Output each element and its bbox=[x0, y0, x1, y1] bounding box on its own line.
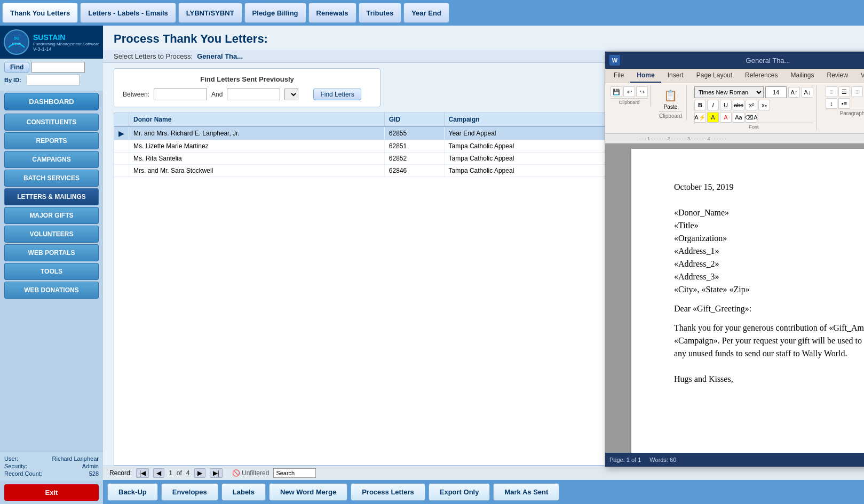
font-size-increase-btn[interactable]: A↑ bbox=[788, 87, 800, 98]
record-search-input[interactable] bbox=[273, 468, 316, 478]
tab-year-end[interactable]: Year End bbox=[403, 3, 449, 23]
word-page-info: Page: 1 of 1 bbox=[609, 457, 641, 463]
find-input[interactable] bbox=[31, 62, 85, 73]
security-label: Security: bbox=[4, 463, 27, 469]
align-right-btn[interactable]: ≡ bbox=[851, 86, 863, 97]
word-document-content[interactable]: October 15, 2019 «Donor_Name» «Title» «O… bbox=[605, 143, 864, 453]
logo-title: SUSTAIN bbox=[33, 33, 100, 42]
sidebar-item-web-portals[interactable]: WEB PORTALS bbox=[4, 244, 99, 261]
italic-button[interactable]: I bbox=[707, 100, 719, 110]
text-effects-button[interactable]: A⚡ bbox=[694, 112, 706, 123]
doc-body: Thank you for your generous contribution… bbox=[674, 322, 864, 360]
exit-button[interactable]: Exit bbox=[4, 484, 99, 501]
clear-format-button[interactable]: ⌫A bbox=[746, 112, 757, 123]
find-letters-button[interactable]: Find Letters bbox=[313, 89, 361, 100]
bottom-action-bar: Back-Up Envelopes Labels New Word Merge … bbox=[103, 480, 864, 504]
sidebar-item-campaigns[interactable]: CAMPAIGNS bbox=[4, 151, 99, 168]
sidebar-item-constituents[interactable]: CONSTITUENTS bbox=[4, 114, 99, 131]
content-area: Process Thank You Letters: Select Letter… bbox=[103, 26, 864, 504]
sidebar-item-letters-mailings[interactable]: LETTERS & MAILINGS bbox=[4, 188, 99, 205]
sidebar-item-web-donations[interactable]: WEB DONATIONS bbox=[4, 282, 99, 299]
superscript-button[interactable]: x² bbox=[746, 100, 757, 110]
tab-pledge-billing[interactable]: Pledge Billing bbox=[244, 3, 306, 23]
ribbon-paste-button[interactable]: 📋 Paste bbox=[661, 86, 681, 111]
word-page: October 15, 2019 «Donor_Name» «Title» «O… bbox=[631, 149, 864, 453]
between-date-input[interactable] bbox=[154, 89, 207, 100]
row-indicator bbox=[114, 153, 129, 165]
back-up-button[interactable]: Back-Up bbox=[107, 483, 158, 501]
nav-last-button[interactable]: ▶| bbox=[210, 468, 223, 478]
filter-dropdown[interactable] bbox=[284, 89, 298, 100]
align-left-btn[interactable]: ≡ bbox=[826, 86, 837, 97]
mark-as-sent-button[interactable]: Mark As Sent bbox=[493, 483, 559, 501]
nav-prev-button[interactable]: ◀ bbox=[153, 468, 164, 478]
sidebar-item-reports[interactable]: REPORTS bbox=[4, 132, 99, 149]
ribbon-save-btn[interactable]: 💾 bbox=[611, 86, 622, 97]
word-word-count: Words: 60 bbox=[649, 457, 676, 463]
sidebar-item-major-gifts[interactable]: MAJOR GIFTS bbox=[4, 207, 99, 224]
sidebar: SU STAIN SUSTAIN Fundraising Management … bbox=[0, 26, 103, 504]
envelopes-button[interactable]: Envelopes bbox=[161, 483, 218, 501]
clipboard-label: Clipboard bbox=[611, 98, 648, 105]
word-tab-review[interactable]: Review bbox=[820, 69, 854, 83]
cell-gid: 62846 bbox=[384, 165, 444, 177]
change-case-button[interactable]: Aa bbox=[733, 112, 744, 123]
process-letters-button[interactable]: Process Letters bbox=[351, 483, 425, 501]
text-highlight-button[interactable]: A bbox=[707, 112, 719, 123]
find-button[interactable]: Find bbox=[4, 62, 29, 73]
tab-renewals[interactable]: Renewals bbox=[308, 3, 356, 23]
underline-button[interactable]: U bbox=[720, 100, 732, 110]
new-word-merge-button[interactable]: New Word Merge bbox=[269, 483, 347, 501]
ribbon-redo-btn[interactable]: ↪ bbox=[636, 86, 648, 97]
sidebar-item-batch-services[interactable]: BATCH SERVICES bbox=[4, 170, 99, 187]
nav-next-button[interactable]: ▶ bbox=[194, 468, 205, 478]
and-label: And bbox=[211, 91, 223, 98]
font-size-input[interactable] bbox=[765, 86, 787, 98]
nav-first-button[interactable]: |◀ bbox=[136, 468, 149, 478]
doc-date: October 15, 2019 bbox=[674, 181, 864, 194]
strikethrough-button[interactable]: abc bbox=[733, 100, 744, 110]
bold-button[interactable]: B bbox=[694, 100, 706, 110]
logo-subtitle: Fundraising Management Software bbox=[33, 42, 100, 46]
tab-tributes[interactable]: Tributes bbox=[359, 3, 402, 23]
labels-button[interactable]: Labels bbox=[221, 483, 266, 501]
subscript-button[interactable]: x₂ bbox=[758, 100, 770, 110]
paste-label: Paste bbox=[664, 104, 678, 110]
by-id-input[interactable] bbox=[27, 75, 80, 85]
export-only-button[interactable]: Export Only bbox=[429, 483, 490, 501]
word-ribbon: 💾 ↩ ↪ Clipboard 📋 Paste Clipboard bbox=[605, 83, 864, 134]
record-label: Record: bbox=[109, 469, 132, 477]
tab-letters-labels-emails[interactable]: Letters - Labels - Emails bbox=[80, 3, 176, 23]
cell-campaign: Tampa Catholic Appeal bbox=[444, 153, 609, 165]
doc-closing: Hugs and Kisses, bbox=[674, 373, 864, 386]
word-document-panel: W General Tha... — □ ✕ File Home Insert … bbox=[605, 51, 864, 467]
word-tab-mailings[interactable]: Mailings bbox=[784, 69, 820, 83]
word-tab-view[interactable]: View bbox=[854, 69, 864, 83]
bullets-btn[interactable]: •≡ bbox=[838, 98, 850, 109]
doc-address-block: «Donor_Name» «Title» «Organization» «Add… bbox=[674, 206, 864, 296]
sidebar-nav-section: CONSTITUENTS REPORTS CAMPAIGNS BATCH SER… bbox=[4, 114, 99, 300]
select-letters-value: General Tha... bbox=[197, 52, 243, 60]
ribbon-undo-btn[interactable]: ↩ bbox=[623, 86, 635, 97]
font-size-decrease-btn[interactable]: A↓ bbox=[802, 87, 813, 98]
word-tab-page-layout[interactable]: Page Layout bbox=[690, 69, 739, 83]
clipboard-group-label: Clipboard bbox=[659, 111, 682, 119]
sidebar-item-tools[interactable]: TOOLS bbox=[4, 263, 99, 280]
font-name-select[interactable]: Times New Roman bbox=[694, 86, 764, 98]
tab-thank-you-letters[interactable]: Thank You Letters bbox=[2, 3, 78, 23]
word-tab-references[interactable]: References bbox=[739, 69, 784, 83]
search-area: Find By ID: bbox=[0, 59, 103, 91]
sidebar-item-dashboard[interactable]: DASHBOARD bbox=[4, 93, 99, 110]
font-color-button[interactable]: A bbox=[720, 112, 732, 123]
line-spacing-btn[interactable]: ↕ bbox=[826, 98, 837, 109]
ribbon-clipboard-group: 📋 Paste Clipboard bbox=[655, 85, 687, 120]
word-tab-home[interactable]: Home bbox=[630, 69, 661, 83]
word-tab-insert[interactable]: Insert bbox=[661, 69, 690, 83]
cell-donor-name: Ms. Lizette Marie Martinez bbox=[129, 140, 385, 153]
sidebar-item-volunteers[interactable]: VOLUNTEERS bbox=[4, 226, 99, 243]
tab-lybnt-sybnt[interactable]: LYBNT/SYBNT bbox=[178, 3, 242, 23]
align-center-btn[interactable]: ☰ bbox=[838, 86, 850, 97]
word-tab-file[interactable]: File bbox=[607, 69, 630, 83]
main-layout: SU STAIN SUSTAIN Fundraising Management … bbox=[0, 26, 864, 504]
to-date-input[interactable] bbox=[227, 89, 280, 100]
